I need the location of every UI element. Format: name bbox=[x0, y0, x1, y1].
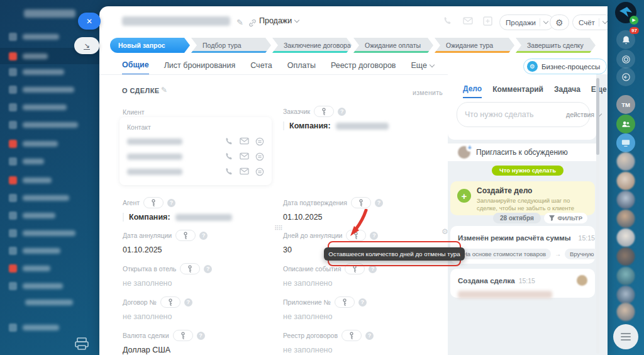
tab-booking-sheet[interactable]: Лист бронирования bbox=[164, 60, 236, 75]
user-avatar[interactable] bbox=[617, 267, 635, 285]
pipeline-select[interactable]: Продажи bbox=[499, 14, 554, 30]
helpdesk-button[interactable] bbox=[616, 50, 635, 69]
sidebar-item[interactable] bbox=[9, 68, 64, 76]
copy-link-icon[interactable] bbox=[248, 19, 257, 27]
email-icon[interactable] bbox=[240, 152, 249, 160]
channel-avatar[interactable] bbox=[616, 133, 635, 152]
timeline-tab-activity[interactable]: Дело bbox=[463, 84, 482, 98]
email-icon[interactable] bbox=[240, 167, 249, 175]
tab-general[interactable]: Общие bbox=[122, 60, 149, 75]
edit-form-link[interactable]: изменить bbox=[413, 89, 443, 96]
key-icon[interactable] bbox=[351, 197, 371, 208]
stage-contract[interactable]: Заключение договора bbox=[272, 38, 352, 53]
user-avatar[interactable] bbox=[617, 191, 635, 209]
field-value[interactable]: не заполнено bbox=[283, 279, 377, 288]
stage-tour-selection[interactable]: Подбор тура bbox=[191, 38, 271, 53]
field-value[interactable]: 01.10.2025 bbox=[123, 245, 208, 254]
rail-menu-button[interactable] bbox=[613, 324, 638, 349]
key-icon[interactable] bbox=[143, 197, 164, 208]
timeline-tab-task[interactable]: Задача bbox=[554, 84, 580, 98]
add-icon[interactable]: + bbox=[457, 189, 471, 203]
stage-close-deal[interactable]: Завершить сделку bbox=[516, 38, 596, 53]
sidebar-item[interactable] bbox=[9, 176, 52, 184]
settings-button[interactable]: ⚙ bbox=[550, 14, 569, 30]
field-value[interactable]: Компания: bbox=[123, 213, 232, 222]
phone-icon[interactable] bbox=[225, 152, 233, 161]
invoice-select[interactable]: Счёт bbox=[572, 14, 608, 30]
user-avatar[interactable] bbox=[617, 228, 635, 247]
pipeline-dropdown[interactable]: Продажи bbox=[259, 16, 299, 25]
edit-section-icon[interactable]: ✎ bbox=[161, 86, 167, 94]
key-icon[interactable] bbox=[180, 263, 200, 274]
help-icon[interactable]: ? bbox=[338, 108, 346, 116]
field-value[interactable]: Компания: bbox=[283, 121, 389, 130]
chat-initials-avatar[interactable]: TM bbox=[616, 95, 635, 114]
tab-payments[interactable]: Оплаты bbox=[287, 60, 316, 75]
email-icon[interactable] bbox=[240, 137, 249, 145]
messenger-icon[interactable] bbox=[255, 167, 264, 176]
help-icon[interactable]: ? bbox=[375, 199, 383, 207]
sidebar-item[interactable] bbox=[9, 211, 55, 220]
user-avatar[interactable] bbox=[617, 247, 635, 266]
group-chat-avatar[interactable] bbox=[616, 115, 635, 133]
sidebar-item[interactable] bbox=[9, 86, 74, 94]
sidebar-item[interactable] bbox=[9, 33, 59, 41]
sidebar-item[interactable] bbox=[9, 282, 63, 290]
deal-title-redacted[interactable] bbox=[122, 16, 230, 26]
tab-invoices[interactable]: Счета bbox=[250, 60, 272, 75]
contact-row[interactable] bbox=[127, 152, 264, 161]
add-document-icon[interactable] bbox=[483, 16, 492, 26]
phone-icon[interactable] bbox=[225, 137, 233, 146]
timeline-event-card[interactable]: Создана сделка 15:15 bbox=[450, 269, 595, 298]
feedback-button[interactable] bbox=[616, 67, 635, 86]
filter-button[interactable]: ФИЛЬТР bbox=[544, 213, 587, 223]
key-icon[interactable] bbox=[335, 296, 355, 308]
edit-title-icon[interactable]: ✎ bbox=[236, 18, 243, 27]
drag-handle-icon[interactable]: ⠿⠿ bbox=[274, 225, 282, 232]
close-button[interactable]: ✕ bbox=[78, 13, 101, 30]
sidebar-subitem[interactable] bbox=[25, 300, 73, 305]
timeline-event-card[interactable]: Изменён режим расчёта суммы 15:15 На осн… bbox=[450, 226, 595, 264]
field-value[interactable]: не заполнено bbox=[283, 312, 367, 321]
field-value[interactable]: не заполнено bbox=[283, 346, 374, 354]
field-value[interactable]: не заполнено bbox=[123, 312, 192, 321]
sidebar-item[interactable] bbox=[9, 264, 50, 273]
key-icon[interactable] bbox=[341, 330, 362, 341]
messenger-icon[interactable] bbox=[255, 152, 264, 161]
user-avatar[interactable] bbox=[617, 152, 635, 171]
user-avatar[interactable] bbox=[617, 172, 635, 190]
sidebar-item[interactable] bbox=[9, 157, 44, 166]
help-icon[interactable]: ? bbox=[365, 332, 374, 340]
sidebar-item[interactable] bbox=[9, 229, 75, 237]
create-activity-card[interactable]: + Создайте дело Запланируйте следующий ш… bbox=[450, 181, 595, 215]
sidebar-item[interactable] bbox=[9, 194, 69, 202]
call-icon[interactable] bbox=[443, 16, 452, 26]
contact-row[interactable] bbox=[127, 137, 264, 146]
sidebar-item[interactable] bbox=[9, 324, 59, 332]
tab-contract-registry[interactable]: Реестр договоров bbox=[331, 60, 396, 75]
messenger-icon[interactable] bbox=[255, 137, 264, 146]
stage-new-request[interactable]: Новый запрос bbox=[110, 38, 190, 53]
sidebar-item[interactable] bbox=[9, 103, 67, 111]
field-value[interactable]: не заполнено bbox=[123, 279, 212, 288]
tab-more[interactable]: Еще bbox=[411, 60, 433, 75]
help-icon[interactable]: ? bbox=[184, 298, 192, 307]
sidebar-item[interactable] bbox=[9, 121, 78, 129]
stage-awaiting-tour[interactable]: Ожидание тура bbox=[435, 38, 514, 53]
invite-row[interactable]: + Пригласить к обсуждению bbox=[448, 144, 596, 161]
business-process-button[interactable]: ⚙ Бизнес-процессы bbox=[523, 59, 607, 74]
minimize-button[interactable]: ↘ bbox=[74, 37, 99, 54]
user-avatar[interactable] bbox=[617, 286, 635, 304]
todo-input[interactable] bbox=[465, 110, 566, 119]
stage-awaiting-payment[interactable]: Ожидание оплаты bbox=[353, 38, 433, 53]
field-settings-icon[interactable]: ⚙ bbox=[441, 227, 448, 236]
key-icon[interactable] bbox=[175, 230, 196, 241]
todo-status-badge[interactable]: Что нужно сделать bbox=[492, 166, 564, 176]
help-icon[interactable]: ? bbox=[370, 232, 378, 240]
printer-icon[interactable] bbox=[74, 337, 89, 350]
sidebar-item[interactable] bbox=[9, 247, 60, 255]
key-icon[interactable] bbox=[314, 106, 334, 117]
help-icon[interactable]: ? bbox=[358, 298, 367, 307]
user-avatar[interactable] bbox=[617, 210, 635, 228]
scrollbar[interactable] bbox=[596, 77, 599, 354]
